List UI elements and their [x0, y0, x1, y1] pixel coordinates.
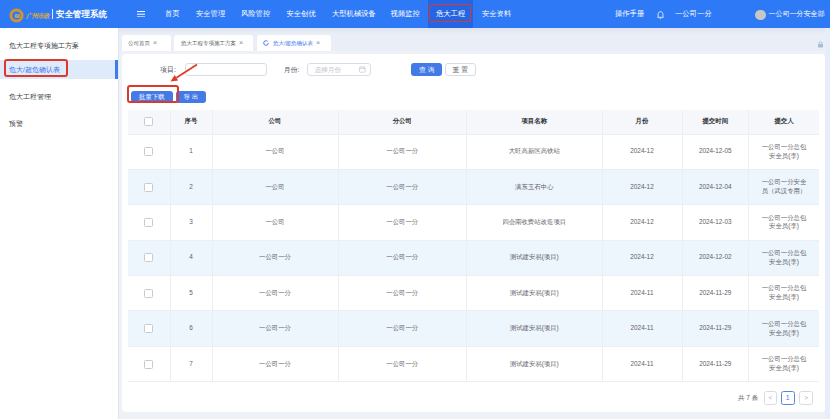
svg-text:广州市政: 广州市政	[26, 12, 50, 20]
